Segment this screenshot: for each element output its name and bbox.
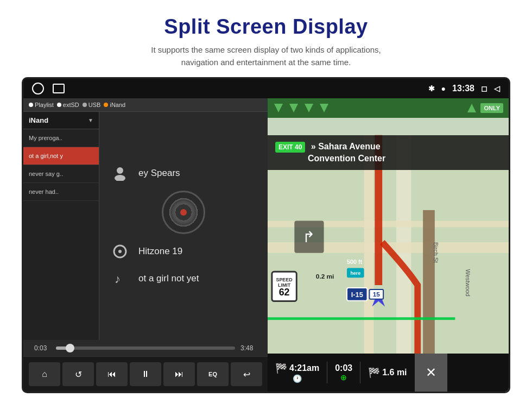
status-time: 13:38	[452, 84, 474, 93]
nav-duration-icon: ⊕	[340, 373, 347, 382]
back-button[interactable]: ↩	[231, 362, 262, 386]
location-icon: ●	[441, 84, 446, 93]
status-left	[32, 83, 65, 94]
playlist-item-3[interactable]: never had..	[23, 183, 99, 201]
svg-text:I-15: I-15	[351, 291, 363, 299]
person-icon	[110, 163, 130, 183]
page-title: Split Screen Display	[11, 15, 521, 39]
checkered-flag-icon: 🏁	[275, 362, 287, 374]
progress-section: 0:03 3:48	[23, 340, 268, 356]
source-bar: Playlist extSD USB iNand	[23, 98, 268, 112]
device-frame: ✱ ● 13:38 ◻ ◁ Playlist extSD	[22, 77, 510, 393]
source-playlist[interactable]: Playlist	[29, 102, 54, 108]
svg-text:Birch St: Birch St	[433, 242, 439, 263]
nav-close-button[interactable]: ✕	[415, 354, 447, 392]
eq-button[interactable]: EQ	[197, 362, 229, 386]
svg-point-1	[115, 175, 125, 181]
playlist-item-text: My preroga..	[29, 135, 93, 141]
dot-extsd	[57, 103, 61, 107]
music-panel: Playlist extSD USB iNand	[23, 98, 268, 392]
chevron-down-icon: ▼	[88, 117, 93, 123]
svg-marker-30	[274, 104, 283, 112]
eta-value: 4:21am	[289, 363, 319, 373]
time-current: 0:03	[34, 344, 50, 352]
close-icon: ✕	[426, 365, 436, 380]
home-circle-icon	[32, 83, 44, 94]
repeat-button[interactable]: ↺	[62, 362, 94, 386]
image-icon	[53, 84, 65, 93]
playlist-item-2[interactable]: never say g..	[23, 165, 99, 183]
album-row: Hitzone 19	[110, 242, 257, 261]
dot-playlist	[29, 103, 33, 107]
source-inand[interactable]: iNand	[104, 102, 125, 108]
nav-duration-item: 0:03 ⊕	[327, 363, 360, 382]
prev-button[interactable]: ⏮	[96, 362, 128, 386]
svg-text:SPEED: SPEED	[276, 277, 293, 282]
svg-marker-34	[467, 104, 476, 112]
playlist-item-active-text: ot a girl,not y	[29, 153, 93, 159]
window-icon: ◻	[481, 84, 487, 93]
nav-eta-item: 🏁 4:21am 🕐	[268, 362, 327, 383]
cd-disc	[162, 191, 205, 234]
source-playlist-label: Playlist	[35, 102, 54, 108]
playlist-item[interactable]: My preroga..	[23, 129, 99, 147]
status-bar: ✱ ● 13:38 ◻ ◁	[23, 79, 509, 98]
only-badge: ONLY	[480, 103, 503, 113]
song-name: ot a girl not yet	[138, 273, 199, 284]
bluetooth-icon: ✱	[428, 84, 435, 93]
svg-rect-13	[268, 317, 455, 320]
highway-sign: ONLY	[268, 98, 509, 118]
nav-distance: 1.6 mi	[382, 368, 407, 377]
svg-text:♪: ♪	[115, 272, 121, 286]
dot-inand	[104, 103, 108, 107]
svg-text:Westwood: Westwood	[465, 269, 471, 296]
nav-panel: Birch St Westwood SPEED LIMIT 62 here 0.…	[268, 98, 509, 392]
svg-marker-32	[305, 104, 313, 112]
svg-point-3	[118, 250, 122, 253]
source-inand-label: iNand	[110, 102, 125, 108]
progress-bar[interactable]	[56, 346, 235, 350]
pause-button[interactable]: ⏸	[130, 362, 161, 386]
playlist-header[interactable]: iNand ▼	[23, 112, 99, 129]
progress-thumb[interactable]	[66, 344, 74, 352]
checkered-flag-icon-2: 🏁	[368, 367, 380, 379]
playlist-item-3-text: never had..	[29, 188, 93, 195]
clock-icon: 🕐	[293, 374, 302, 383]
source-extsd[interactable]: extSD	[57, 102, 79, 108]
exit-banner: EXIT 40 » Sahara Avenue Convention Cente…	[268, 135, 509, 170]
music-note-icon: ♪	[110, 269, 130, 288]
svg-text:here: here	[350, 270, 360, 276]
page-header: Split Screen Display It supports the sam…	[0, 0, 532, 77]
nav-duration: 0:03	[335, 363, 352, 373]
playlist-item-active[interactable]: ot a girl,not y	[23, 147, 99, 165]
playlist-item-2-text: never say g..	[29, 171, 93, 177]
back-icon: ◁	[494, 84, 500, 93]
disc-icon	[110, 242, 130, 261]
playlist-header-text: iNand	[29, 116, 48, 124]
svg-text:0.2 mi: 0.2 mi	[316, 273, 334, 280]
song-row: ♪ ot a girl not yet	[110, 269, 257, 288]
svg-text:15: 15	[373, 291, 381, 298]
distance-icon-row: 🏁 1.6 mi	[368, 367, 407, 379]
svg-text:↱: ↱	[302, 229, 315, 245]
album-name: Hitzone 19	[138, 246, 182, 257]
status-right: ✱ ● 13:38 ◻ ◁	[428, 84, 500, 93]
source-usb-label: USB	[88, 102, 101, 108]
time-total: 3:48	[240, 344, 257, 352]
source-usb[interactable]: USB	[83, 102, 101, 108]
exit-badge: EXIT 40	[275, 142, 305, 153]
eta-icon-row: 🏁 4:21am	[275, 362, 319, 374]
artist-row: ey Spears	[110, 163, 257, 183]
next-button[interactable]: ⏭	[163, 362, 195, 386]
dot-usb	[83, 103, 87, 107]
nav-distance-item: 🏁 1.6 mi	[360, 367, 414, 379]
control-bar: ⌂ ↺ ⏮ ⏸ ⏭ EQ ↩	[23, 356, 268, 392]
nav-bottom-bar: 🏁 4:21am 🕐 0:03 ⊕ 🏁 1.6 mi	[268, 354, 509, 392]
playlist-sidebar: iNand ▼ My preroga.. ot a girl,not y nev…	[23, 112, 99, 340]
svg-marker-31	[289, 104, 298, 112]
map-background: Birch St Westwood SPEED LIMIT 62 here 0.…	[268, 98, 509, 392]
main-content: Playlist extSD USB iNand	[23, 98, 509, 392]
page-subtitle: It supports the same screen display of t…	[11, 44, 521, 68]
home-button[interactable]: ⌂	[29, 362, 60, 386]
svg-text:500 ft: 500 ft	[347, 259, 363, 265]
